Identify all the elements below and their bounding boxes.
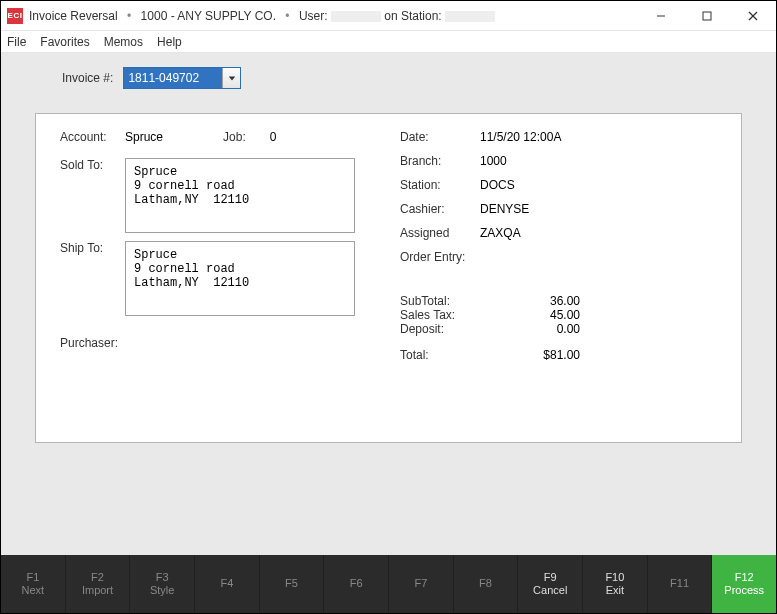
title-app: Invoice Reversal xyxy=(29,9,118,23)
assigned-label: Assigned xyxy=(400,226,480,240)
totals-section: SubTotal:36.00 Sales Tax:45.00 Deposit:0… xyxy=(400,294,717,362)
date-value: 11/5/20 12:00A xyxy=(480,130,561,144)
fkey-f12-process[interactable]: F12Process xyxy=(712,555,776,613)
minimize-button[interactable] xyxy=(638,1,684,31)
chevron-down-icon xyxy=(228,74,236,82)
branch-value: 1000 xyxy=(480,154,507,168)
total-label: Total: xyxy=(400,348,490,362)
subtotal-value: 36.00 xyxy=(490,294,580,308)
deposit-label: Deposit: xyxy=(400,322,490,336)
title-station-value xyxy=(445,11,495,22)
cashier-label: Cashier: xyxy=(400,202,480,216)
fkey-f5[interactable]: F5 xyxy=(260,555,325,613)
title-bar: ECI Invoice Reversal • 1000 - ANY SUPPLY… xyxy=(1,1,776,31)
ship-to-address: Spruce 9 cornell road Latham,NY 12110 xyxy=(125,241,355,316)
station-value: DOCS xyxy=(480,178,515,192)
invoice-number-combo[interactable] xyxy=(123,67,241,89)
title-user-value xyxy=(331,11,381,22)
fkey-f11[interactable]: F11 xyxy=(648,555,713,613)
cashier-value: DENYSE xyxy=(480,202,529,216)
menu-file[interactable]: File xyxy=(7,35,26,49)
order-entry-label: Order Entry: xyxy=(400,250,490,264)
menu-help[interactable]: Help xyxy=(157,35,182,49)
account-label: Account: xyxy=(60,130,125,144)
purchaser-label: Purchaser: xyxy=(60,336,140,350)
tax-label: Sales Tax: xyxy=(400,308,490,322)
branch-label: Branch: xyxy=(400,154,480,168)
function-key-bar: F1Next F2Import F3Style F4 F5 F6 F7 F8 F… xyxy=(1,555,776,613)
fkey-f6[interactable]: F6 xyxy=(324,555,389,613)
fkey-f2-import[interactable]: F2Import xyxy=(66,555,131,613)
menu-bar: File Favorites Memos Help xyxy=(1,31,776,53)
invoice-number-dropdown-button[interactable] xyxy=(222,68,240,88)
fkey-f9-cancel[interactable]: F9Cancel xyxy=(518,555,583,613)
sold-to-address: Spruce 9 cornell road Latham,NY 12110 xyxy=(125,158,355,233)
fkey-f3-style[interactable]: F3Style xyxy=(130,555,195,613)
fkey-f1-next[interactable]: F1Next xyxy=(1,555,66,613)
date-label: Date: xyxy=(400,130,480,144)
maximize-button[interactable] xyxy=(684,1,730,31)
job-label: Job: xyxy=(223,130,246,144)
station-label: Station: xyxy=(400,178,480,192)
tax-value: 45.00 xyxy=(490,308,580,322)
subtotal-label: SubTotal: xyxy=(400,294,490,308)
total-value: $81.00 xyxy=(490,348,580,362)
fkey-f7[interactable]: F7 xyxy=(389,555,454,613)
job-value: 0 xyxy=(270,130,277,144)
invoice-number-label: Invoice #: xyxy=(62,71,113,85)
svg-rect-1 xyxy=(703,12,711,20)
menu-favorites[interactable]: Favorites xyxy=(40,35,89,49)
title-station-label: on Station: xyxy=(384,9,441,23)
menu-memos[interactable]: Memos xyxy=(104,35,143,49)
window-title: Invoice Reversal • 1000 - ANY SUPPLY CO.… xyxy=(29,9,495,23)
details-panel: Account: Spruce Job: 0 Sold To: Spruce 9… xyxy=(35,113,742,443)
app-icon: ECI xyxy=(7,8,23,24)
title-user-label: User: xyxy=(299,9,328,23)
fkey-f4[interactable]: F4 xyxy=(195,555,260,613)
work-area: Invoice #: Account: Spruce Job: 0 Sold T… xyxy=(1,53,776,555)
title-company: 1000 - ANY SUPPLY CO. xyxy=(141,9,276,23)
assigned-value: ZAXQA xyxy=(480,226,521,240)
ship-to-label: Ship To: xyxy=(60,241,125,255)
invoice-number-input[interactable] xyxy=(124,68,222,88)
deposit-value: 0.00 xyxy=(490,322,580,336)
fkey-f8[interactable]: F8 xyxy=(454,555,519,613)
sold-to-label: Sold To: xyxy=(60,158,125,172)
svg-marker-4 xyxy=(229,76,235,80)
close-button[interactable] xyxy=(730,1,776,31)
fkey-f10-exit[interactable]: F10Exit xyxy=(583,555,648,613)
account-value: Spruce xyxy=(125,130,163,144)
